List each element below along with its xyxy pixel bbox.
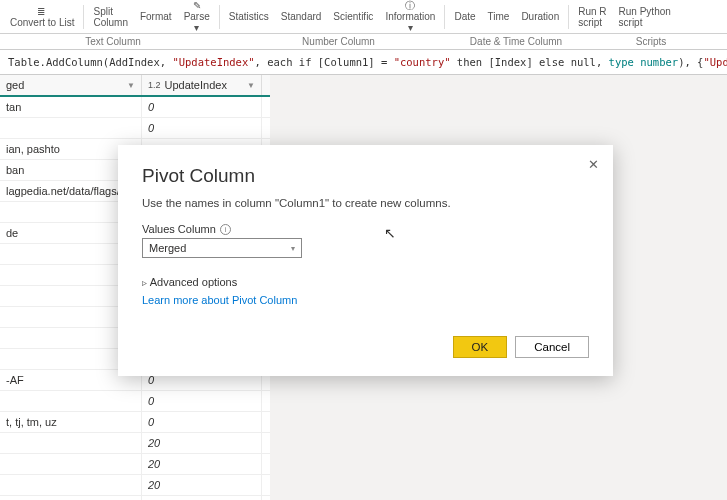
cell-updateindex[interactable]: 0 bbox=[142, 412, 262, 432]
learn-more-link[interactable]: Learn more about Pivot Column bbox=[142, 294, 589, 306]
time-button[interactable]: Time bbox=[482, 10, 516, 23]
ribbon-group-labels: Text Column Number Column Date & Time Co… bbox=[0, 34, 727, 50]
column-header-merged[interactable]: ged ▼ bbox=[0, 75, 142, 95]
cancel-button[interactable]: Cancel bbox=[515, 336, 589, 358]
group-text-column: Text Column bbox=[0, 34, 226, 49]
cell-merged[interactable] bbox=[0, 475, 142, 495]
parse-button[interactable]: ✎ Parse ▾ bbox=[178, 0, 216, 34]
dialog-title: Pivot Column bbox=[142, 165, 589, 187]
datatype-decimal-icon: 1.2 bbox=[148, 80, 161, 90]
group-scripts: Scripts bbox=[581, 34, 721, 49]
information-button[interactable]: ⓘ Information ▾ bbox=[379, 0, 441, 34]
split-column-button[interactable]: Split Column bbox=[87, 5, 133, 29]
cell-updateindex[interactable]: 20 bbox=[142, 454, 262, 474]
cell-updateindex[interactable]: 0 bbox=[142, 118, 262, 138]
info-icon: ⓘ bbox=[405, 0, 415, 11]
chevron-down-icon: ▾ bbox=[291, 244, 295, 253]
cell-merged[interactable]: tan bbox=[0, 97, 142, 117]
table-row[interactable]: 0 bbox=[0, 391, 270, 412]
cell-merged[interactable] bbox=[0, 454, 142, 474]
formula-bar[interactable]: Table.AddColumn(AddIndex, "UpdateIndex",… bbox=[0, 50, 727, 75]
cell-merged[interactable] bbox=[0, 118, 142, 138]
run-r-button[interactable]: Run R script bbox=[572, 5, 612, 29]
convert-to-list-button[interactable]: ≣Convert to List bbox=[4, 5, 80, 29]
date-button[interactable]: Date bbox=[448, 10, 481, 23]
format-button[interactable]: Format bbox=[134, 10, 178, 23]
table-row[interactable]: 20 bbox=[0, 475, 270, 496]
scientific-button[interactable]: Scientific bbox=[327, 10, 379, 23]
cell-updateindex[interactable]: 0 bbox=[142, 97, 262, 117]
table-row[interactable]: 20 bbox=[0, 433, 270, 454]
cell-merged[interactable] bbox=[0, 391, 142, 411]
table-row[interactable]: 0 bbox=[0, 118, 270, 139]
close-icon[interactable]: ✕ bbox=[588, 157, 599, 172]
group-number-column: Number Column bbox=[226, 34, 451, 49]
separator bbox=[568, 5, 569, 29]
filter-dropdown-icon[interactable]: ▼ bbox=[247, 81, 255, 90]
cell-updateindex[interactable]: 20 bbox=[142, 433, 262, 453]
grid-header: ged ▼ 1.2 UpdateIndex ▼ bbox=[0, 75, 270, 97]
list-icon: ≣ bbox=[37, 6, 45, 17]
advanced-options-toggle[interactable]: Advanced options bbox=[142, 276, 589, 288]
run-python-button[interactable]: Run Python script bbox=[613, 5, 677, 29]
table-row[interactable]: tan0 bbox=[0, 97, 270, 118]
dialog-description: Use the names in column "Column1" to cre… bbox=[142, 197, 589, 209]
ribbon-toolbar: ≣Convert to List Split Column Format ✎ P… bbox=[0, 0, 727, 34]
duration-button[interactable]: Duration bbox=[515, 10, 565, 23]
filter-dropdown-icon[interactable]: ▼ bbox=[127, 81, 135, 90]
cell-merged[interactable] bbox=[0, 496, 142, 500]
pivot-column-dialog: ✕ Pivot Column Use the names in column "… bbox=[118, 145, 613, 376]
column-header-updateindex[interactable]: 1.2 UpdateIndex ▼ bbox=[142, 75, 262, 95]
cell-updateindex[interactable]: 20 bbox=[142, 475, 262, 495]
separator bbox=[83, 5, 84, 29]
standard-button[interactable]: Standard bbox=[275, 10, 328, 23]
separator bbox=[444, 5, 445, 29]
table-row[interactable]: 20 bbox=[0, 454, 270, 475]
parse-icon: ✎ bbox=[193, 0, 201, 11]
values-column-label: Values Column i bbox=[142, 223, 589, 235]
table-row[interactable]: 20 bbox=[0, 496, 270, 500]
separator bbox=[219, 5, 220, 29]
cell-merged[interactable]: t, tj, tm, uz bbox=[0, 412, 142, 432]
info-icon[interactable]: i bbox=[220, 224, 231, 235]
cell-updateindex[interactable]: 20 bbox=[142, 496, 262, 500]
cell-updateindex[interactable]: 0 bbox=[142, 391, 262, 411]
ok-button[interactable]: OK bbox=[453, 336, 508, 358]
cell-merged[interactable] bbox=[0, 433, 142, 453]
dialog-footer: OK Cancel bbox=[142, 336, 589, 358]
statistics-button[interactable]: Statistics bbox=[223, 10, 275, 23]
values-column-select[interactable]: Merged ▾ bbox=[142, 238, 302, 258]
group-datetime-column: Date & Time Column bbox=[451, 34, 581, 49]
table-row[interactable]: t, tj, tm, uz0 bbox=[0, 412, 270, 433]
